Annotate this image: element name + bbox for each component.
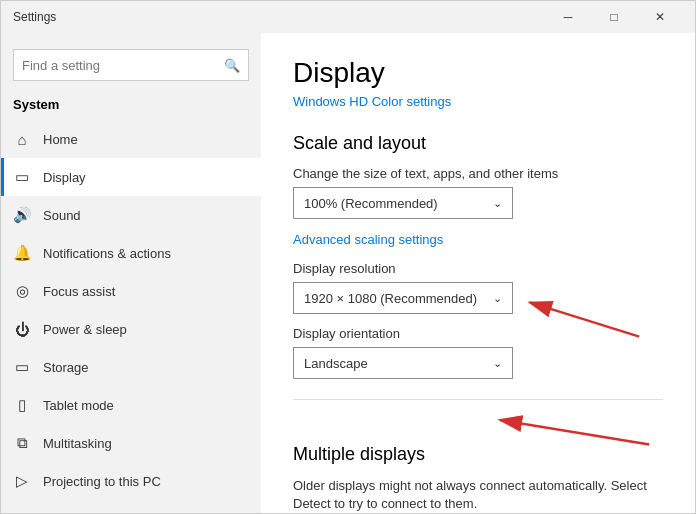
sidebar-label-home: Home <box>43 132 78 147</box>
window-title: Settings <box>13 10 56 24</box>
sidebar-label-projecting: Projecting to this PC <box>43 474 161 489</box>
scale-dropdown[interactable]: 100% (Recommended) ⌄ <box>293 187 513 219</box>
orientation-label: Display orientation <box>293 326 663 341</box>
sidebar-label-sound: Sound <box>43 208 81 223</box>
resolution-label: Display resolution <box>293 261 663 276</box>
scale-section: Scale and layout Change the size of text… <box>293 133 663 379</box>
sidebar-item-storage[interactable]: ▭ Storage <box>1 348 261 386</box>
scale-label: Change the size of text, apps, and other… <box>293 166 663 181</box>
sidebar-item-home[interactable]: ⌂ Home <box>1 120 261 158</box>
focus-icon: ◎ <box>13 282 31 300</box>
sidebar-label-display: Display <box>43 170 86 185</box>
home-icon: ⌂ <box>13 130 31 148</box>
orientation-dropdown[interactable]: Landscape ⌄ <box>293 347 513 379</box>
orientation-dropdown-arrow: ⌄ <box>493 357 502 370</box>
sidebar-item-power[interactable]: ⏻ Power & sleep <box>1 310 261 348</box>
sidebar-item-multitasking[interactable]: ⧉ Multitasking <box>1 424 261 462</box>
sidebar-item-notifications[interactable]: 🔔 Notifications & actions <box>1 234 261 272</box>
multitasking-icon: ⧉ <box>13 434 31 452</box>
sidebar-label-focus: Focus assist <box>43 284 115 299</box>
sidebar: 🔍 System ⌂ Home ▭ Display 🔊 Sound 🔔 Noti… <box>1 33 261 513</box>
multiple-displays-section: Multiple displays Older displays might n… <box>293 399 663 513</box>
storage-icon: ▭ <box>13 358 31 376</box>
sidebar-item-display[interactable]: ▭ Display <box>1 158 261 196</box>
system-section-label: System <box>1 93 261 120</box>
maximize-button[interactable]: □ <box>591 1 637 33</box>
notifications-icon: 🔔 <box>13 244 31 262</box>
close-button[interactable]: ✕ <box>637 1 683 33</box>
sidebar-item-projecting[interactable]: ▷ Projecting to this PC <box>1 462 261 500</box>
sidebar-item-tablet[interactable]: ▯ Tablet mode <box>1 386 261 424</box>
search-icon: 🔍 <box>224 58 240 73</box>
resolution-value: 1920 × 1080 (Recommended) <box>304 291 477 306</box>
multiple-displays-title: Multiple displays <box>293 444 663 465</box>
sidebar-item-sound[interactable]: 🔊 Sound <box>1 196 261 234</box>
search-box[interactable]: 🔍 <box>13 49 249 81</box>
sidebar-label-storage: Storage <box>43 360 89 375</box>
advanced-scaling-link[interactable]: Advanced scaling settings <box>293 232 443 247</box>
sidebar-label-notifications: Notifications & actions <box>43 246 171 261</box>
sidebar-label-tablet: Tablet mode <box>43 398 114 413</box>
scale-section-title: Scale and layout <box>293 133 663 154</box>
page-title: Display <box>293 57 663 89</box>
scale-dropdown-arrow: ⌄ <box>493 197 502 210</box>
minimize-button[interactable]: ─ <box>545 1 591 33</box>
settings-window: Settings ─ □ ✕ 🔍 System ⌂ Home ▭ Display <box>0 0 696 514</box>
sidebar-item-focus[interactable]: ◎ Focus assist <box>1 272 261 310</box>
sound-icon: 🔊 <box>13 206 31 224</box>
content-area: Display Windows HD Color settings Scale … <box>261 33 695 513</box>
resolution-dropdown[interactable]: 1920 × 1080 (Recommended) ⌄ <box>293 282 513 314</box>
projecting-icon: ▷ <box>13 472 31 490</box>
tablet-icon: ▯ <box>13 396 31 414</box>
title-bar: Settings ─ □ ✕ <box>1 1 695 33</box>
sidebar-label-multitasking: Multitasking <box>43 436 112 451</box>
search-input[interactable] <box>22 58 224 73</box>
power-icon: ⏻ <box>13 320 31 338</box>
resolution-dropdown-arrow: ⌄ <box>493 292 502 305</box>
orientation-value: Landscape <box>304 356 368 371</box>
hdr-link[interactable]: Windows HD Color settings <box>293 94 451 109</box>
display-icon: ▭ <box>13 168 31 186</box>
multiple-displays-description: Older displays might not always connect … <box>293 477 653 513</box>
sidebar-label-power: Power & sleep <box>43 322 127 337</box>
window-controls: ─ □ ✕ <box>545 1 683 33</box>
scale-value: 100% (Recommended) <box>304 196 438 211</box>
main-content: 🔍 System ⌂ Home ▭ Display 🔊 Sound 🔔 Noti… <box>1 33 695 513</box>
